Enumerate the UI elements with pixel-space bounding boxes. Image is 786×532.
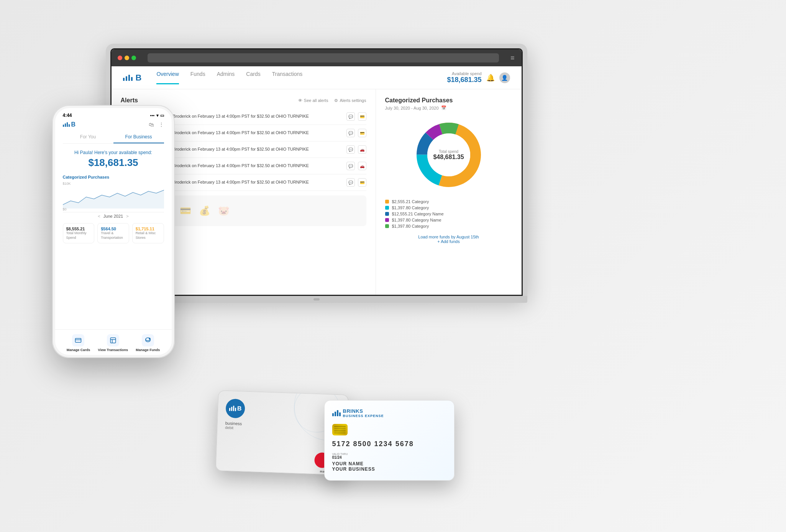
alert-comment-icon[interactable]: 💬 <box>346 178 355 187</box>
phone-time: 4:44 <box>63 113 72 118</box>
alert-comment-icon[interactable]: 💬 <box>346 162 355 170</box>
phone-tab-for-you[interactable]: For You <box>63 131 113 143</box>
phone-bar-2 <box>65 123 66 127</box>
card-bar-4 <box>339 412 341 416</box>
phone-top-bar: B 🛍 ⋮ <box>55 118 172 131</box>
phone-stat-amount-2: $1,715.11 <box>136 227 161 231</box>
phone-nav-view-transactions[interactable]: View Transactions <box>98 334 128 352</box>
manage-funds-icon <box>142 334 154 346</box>
alert-comment-icon[interactable]: 💬 <box>346 145 355 154</box>
cards-area: B business debit mastercard. <box>194 400 455 481</box>
donut-chart-container: Total spend $48,681.35 <box>385 117 512 193</box>
nav-right: Available spend $18,681.35 🔔 👤 <box>447 71 510 84</box>
alert-comment-icon[interactable]: 💬 <box>346 112 355 121</box>
browser-dot-red[interactable] <box>118 56 122 60</box>
laptop-notch <box>313 298 320 300</box>
alert-comment-icon[interactable]: 💬 <box>346 129 355 137</box>
alerts-settings-link[interactable]: ⚙ Alerts settings <box>334 98 366 103</box>
card-bar-2 <box>335 412 336 416</box>
total-spend-label: Total spend <box>433 149 464 154</box>
brand-bar-2 <box>126 76 127 81</box>
brinks-business-card: BRINKS BUSINESS EXPENSE 5172 8500 1234 5… <box>324 400 455 481</box>
svg-point-13 <box>149 338 150 339</box>
legend-item-2: $12,555.21 Category Name <box>385 212 512 216</box>
phone-tabs: For You For Business <box>63 131 164 144</box>
phone-top-icons: 🛍 ⋮ <box>149 122 164 128</box>
right-panel: Categorized Purchases July 30, 2020 - Au… <box>376 89 522 295</box>
legend-dot-2 <box>385 212 389 216</box>
chart-next-button[interactable]: > <box>126 214 128 218</box>
alert-car-icon[interactable]: 🚗 <box>358 145 366 154</box>
donut-center-text: Total spend $48,681.35 <box>433 149 464 161</box>
legend-item-0: $2,555.21 Category <box>385 199 512 204</box>
alert-action-icons: 💬 💳 <box>346 112 366 121</box>
battery-icon: ▭ <box>160 113 164 118</box>
business-card-brand-letter: B <box>237 405 241 412</box>
signal-icon: ▪▪▪ <box>150 113 155 118</box>
phone: 4:44 ▪▪▪ ▾ ▭ B <box>52 105 175 358</box>
legend-item-1: $1,397.80 Category <box>385 205 512 210</box>
phone-status-bar: 4:44 ▪▪▪ ▾ ▭ <box>55 108 172 118</box>
browser-chrome: ≡ <box>112 49 522 66</box>
card-bar-1 <box>332 413 334 416</box>
phone-chart-svg <box>63 182 164 209</box>
phone-brand-bars-icon <box>63 122 70 127</box>
card-brand-bars-icon <box>332 410 341 416</box>
alerts-header: Alerts 👁 See all alerts ⚙ Ale <box>121 97 366 104</box>
brand-bar-1 <box>123 78 125 81</box>
phone-stats: $8,555.21 Total Monthly Spend $564.50 Tr… <box>63 223 164 243</box>
phone-brand-letter: B <box>71 121 76 128</box>
manage-cards-label: Manage Cards <box>67 348 90 352</box>
alert-card-icon[interactable]: 💳 <box>358 178 366 187</box>
phone-stat-label-1: Travel & Transportation <box>101 231 126 240</box>
calendar-icon[interactable]: 📅 <box>441 105 446 110</box>
phone-stat-label-2: Retail & Misc Stores <box>136 231 161 240</box>
add-funds-link[interactable]: + Add funds <box>437 239 459 244</box>
phone-store-icon[interactable]: 🛍 <box>149 122 154 128</box>
notification-bell-icon[interactable]: 🔔 <box>486 74 495 82</box>
alert-action-icons: 💬 🚗 <box>346 145 366 154</box>
phone-tab-for-business[interactable]: For Business <box>113 131 164 143</box>
browser-dot-green[interactable] <box>131 56 136 60</box>
card-logo-area: BRINKS BUSINESS EXPENSE <box>332 408 446 418</box>
chip-line-2 <box>334 428 346 430</box>
phone-stat-card-2: $1,715.11 Retail & Misc Stores <box>132 223 164 243</box>
see-all-alerts-link[interactable]: 👁 See all alerts <box>298 98 328 103</box>
svg-rect-9 <box>110 338 116 343</box>
brand-bars-icon <box>123 75 133 81</box>
phone-chart-title: Categorized Purchases <box>63 175 164 179</box>
legend-dot-1 <box>385 206 389 210</box>
phone-more-icon[interactable]: ⋮ <box>159 122 164 128</box>
nav-link-overview[interactable]: Overview <box>156 71 179 84</box>
browser-dot-yellow[interactable] <box>125 56 129 60</box>
categorized-purchases-date: July 30, 2020 - Aug 30, 2020 📅 <box>385 105 512 110</box>
legend-dot-3 <box>385 218 389 222</box>
nav-link-transactions[interactable]: Transactions <box>272 71 303 84</box>
view-transactions-icon <box>107 334 119 346</box>
user-avatar-icon[interactable]: 👤 <box>499 72 510 83</box>
nav-link-cards[interactable]: Cards <box>246 71 260 84</box>
nav-link-admins[interactable]: Admins <box>217 71 235 84</box>
chart-y-max: $10K <box>63 182 71 186</box>
alert-card-icon[interactable]: 💳 <box>358 112 366 121</box>
browser-dots <box>118 56 136 60</box>
legend-item-4: $1,397.80 Category <box>385 224 512 228</box>
chip-line-4 <box>334 432 346 434</box>
card-chip-lines <box>334 426 346 433</box>
phone-nav-manage-cards[interactable]: Manage Cards <box>67 334 90 352</box>
browser-address-bar[interactable] <box>148 53 499 62</box>
phone-inner: 4:44 ▪▪▪ ▾ ▭ B <box>55 108 172 355</box>
phone-greeting: Hi Paula! Here's your available spend: <box>63 150 164 155</box>
alerts-title: Alerts <box>121 97 138 104</box>
chart-legend: $2,555.21 Category $1,397.80 Category $1… <box>385 199 512 228</box>
phone-balance: $18,681.35 <box>63 157 164 169</box>
phone-nav-manage-funds[interactable]: Manage Funds <box>136 334 160 352</box>
chart-prev-button[interactable]: < <box>98 214 100 218</box>
alert-car-icon[interactable]: 🚗 <box>358 162 366 170</box>
alerts-actions: 👁 See all alerts ⚙ Alerts settings <box>298 98 366 103</box>
browser-menu-icon[interactable]: ≡ <box>510 54 515 62</box>
manage-funds-label: Manage Funds <box>136 348 160 352</box>
alert-card-icon[interactable]: 💳 <box>358 129 366 137</box>
manage-cards-icon <box>72 334 84 346</box>
nav-link-funds[interactable]: Funds <box>190 71 205 84</box>
